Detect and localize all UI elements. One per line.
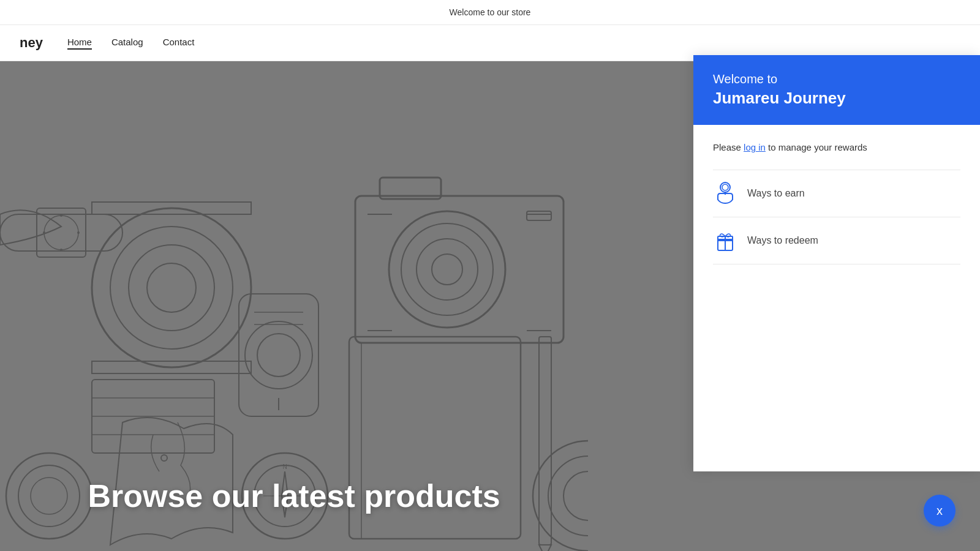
ways-to-redeem-label: Ways to redeem	[747, 235, 818, 246]
login-suffix: to manage your rewards	[766, 142, 867, 152]
ways-to-earn-label: Ways to earn	[747, 188, 805, 199]
announcement-text: Welcome to our store	[450, 7, 531, 17]
close-button[interactable]: x	[924, 495, 956, 527]
svg-point-37	[60, 249, 62, 251]
svg-point-38	[43, 231, 45, 234]
hero-illustration: N	[0, 55, 588, 551]
svg-point-52	[722, 184, 728, 190]
announcement-bar: Welcome to our store	[0, 0, 980, 25]
rewards-header: Welcome to Jumareu Journey	[693, 55, 980, 125]
white-top-section: Welcome to our store ney Home Catalog Co…	[0, 0, 980, 61]
svg-rect-0	[0, 55, 588, 551]
svg-text:N: N	[282, 463, 287, 470]
login-prefix: Please	[713, 142, 744, 152]
close-icon: x	[937, 504, 943, 518]
rewards-body: Please log in to manage your rewards Way…	[693, 125, 980, 282]
login-link[interactable]: log in	[744, 142, 766, 152]
ways-to-redeem-item[interactable]: Ways to redeem	[713, 217, 960, 264]
nav-item-contact[interactable]: Contact	[163, 37, 195, 50]
brand-name: ney	[20, 35, 43, 51]
nav: Home Catalog Contact	[67, 37, 194, 50]
hero-section: N	[0, 55, 588, 551]
svg-point-36	[60, 214, 62, 217]
hero-cta: Browse our latest products	[88, 478, 500, 514]
svg-point-39	[77, 231, 80, 234]
nav-item-home[interactable]: Home	[67, 37, 92, 50]
rewards-title: Jumareu Journey	[713, 89, 960, 108]
rewards-welcome-text: Welcome to	[713, 72, 960, 86]
earn-icon	[713, 181, 737, 206]
rewards-login-prompt: Please log in to manage your rewards	[713, 142, 960, 152]
nav-item-catalog[interactable]: Catalog	[111, 37, 143, 50]
ways-to-earn-item[interactable]: Ways to earn	[713, 170, 960, 217]
rewards-panel: Welcome to Jumareu Journey Please log in…	[693, 55, 980, 471]
redeem-icon	[713, 228, 737, 253]
full-page: Welcome to our store ney Home Catalog Co…	[0, 0, 980, 551]
